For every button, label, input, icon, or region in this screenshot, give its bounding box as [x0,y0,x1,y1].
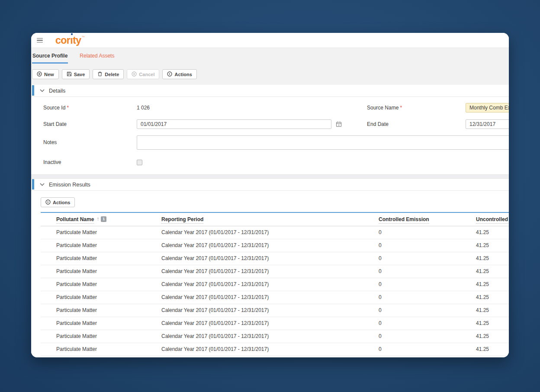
emission-results-table: Pollutant Name↑1 Reporting Period Contro… [41,212,509,356]
uncontrolled-emission-cell: 41.25 [476,330,509,343]
reporting-period-cell: Calendar Year 2017 (01/01/2017 - 12/31/2… [161,226,379,239]
calendar-icon[interactable] [331,121,346,127]
notes-input[interactable] [137,135,509,150]
reporting-period-cell: Calendar Year 2017 (01/01/2017 - 12/31/2… [161,304,379,317]
pollutant-name-cell: Particulate Matter [41,343,161,356]
save-button[interactable]: Save [62,69,90,79]
column-header-reporting-period[interactable]: Reporting Period [161,212,379,226]
source-name-input[interactable] [466,103,509,112]
table-row[interactable]: Particulate Matter Calendar Year 2017 (0… [41,291,509,304]
grid-actions-button[interactable]: Actions [41,197,75,207]
tab-source-profile[interactable]: Source Profile [32,53,68,64]
pollutant-name-cell: Particulate Matter [41,226,161,239]
delete-button[interactable]: Delete [93,69,124,79]
start-date-label: Start Date [43,121,137,127]
new-button[interactable]: New [32,69,59,79]
uncontrolled-emission-cell: 41.25 [476,291,509,304]
uncontrolled-emission-cell: 41.25 [476,226,509,239]
reporting-period-cell: Calendar Year 2017 (01/01/2017 - 12/31/2… [161,278,379,291]
section-divider [31,174,509,179]
table-row[interactable]: Particulate Matter Calendar Year 2017 (0… [41,278,509,291]
controlled-emission-cell: 0 [379,304,476,317]
tab-bar: Source Profile Related Assets [32,48,508,64]
section-title: Emission Results [49,182,90,188]
inactive-checkbox[interactable] [137,160,142,165]
column-header-pollutant-name[interactable]: Pollutant Name↑1 [41,212,161,226]
controlled-emission-cell: 0 [379,226,476,239]
controlled-emission-cell: 0 [379,343,476,356]
controlled-emission-cell: 0 [379,278,476,291]
source-name-label: Source Name* [367,105,466,111]
column-header-uncontrolled-emission[interactable]: Uncontrolled Emission [476,212,509,226]
table-row[interactable]: Particulate Matter Calendar Year 2017 (0… [41,343,509,356]
controlled-emission-cell: 0 [379,239,476,252]
trademark-symbol: ™ [82,35,85,39]
reporting-period-cell: Calendar Year 2017 (01/01/2017 - 12/31/2… [161,265,379,278]
reporting-period-cell: Calendar Year 2017 (01/01/2017 - 12/31/2… [161,317,379,330]
uncontrolled-emission-cell: 41.25 [476,265,509,278]
controlled-emission-cell: 0 [379,265,476,278]
inactive-label: Inactive [43,159,137,165]
hamburger-menu-icon[interactable] [35,35,45,45]
table-row[interactable]: Particulate Matter Calendar Year 2017 (0… [41,304,509,317]
end-date-input[interactable] [466,119,509,129]
cancel-button[interactable]: Cancel [127,69,159,79]
table-row[interactable]: Particulate Matter Calendar Year 2017 (0… [41,317,509,330]
emission-results-section-header[interactable]: Emission Results [31,179,509,191]
table-row[interactable]: Particulate Matter Calendar Year 2017 (0… [41,239,509,252]
play-circle-icon [167,71,172,77]
x-circle-icon [132,71,137,77]
controlled-emission-cell: 0 [379,317,476,330]
uncontrolled-emission-cell: 41.25 [476,317,509,330]
pollutant-name-cell: Particulate Matter [41,265,161,278]
details-form: Source Id* 1 026 Source Name* Start Date… [31,97,509,165]
pollutant-name-cell: Particulate Matter [41,317,161,330]
table-row[interactable]: Particulate Matter Calendar Year 2017 (0… [41,265,509,278]
table-row[interactable]: Particulate Matter Calendar Year 2017 (0… [41,252,509,265]
section-accent-bar [32,179,34,190]
reporting-period-cell: Calendar Year 2017 (01/01/2017 - 12/31/2… [161,239,379,252]
uncontrolled-emission-cell: 41.25 [476,278,509,291]
plus-circle-icon [37,71,42,77]
required-asterisk: * [67,105,69,111]
cority-logo: corıty™ [55,35,84,45]
controlled-emission-cell: 0 [379,291,476,304]
start-date-input[interactable] [137,119,331,129]
pollutant-name-cell: Particulate Matter [41,330,161,343]
reporting-period-cell: Calendar Year 2017 (01/01/2017 - 12/31/2… [161,291,379,304]
section-accent-bar [32,85,34,96]
section-title: Details [49,88,65,94]
reporting-period-cell: Calendar Year 2017 (01/01/2017 - 12/31/2… [161,343,379,356]
app-window: corıty™ Source Profile Related Assets Ne… [31,33,509,357]
uncontrolled-emission-cell: 41.25 [476,343,509,356]
emission-results-section: Emission Results Actions Pollutant Name↑… [31,179,509,357]
tab-toolbar-band: Source Profile Related Assets New Save D… [31,48,509,85]
reporting-period-cell: Calendar Year 2017 (01/01/2017 - 12/31/2… [161,252,379,265]
pollutant-name-cell: Particulate Matter [41,239,161,252]
pollutant-name-cell: Particulate Matter [41,252,161,265]
sort-indicator: ↑1 [96,216,106,222]
column-header-controlled-emission[interactable]: Controlled Emission [379,212,476,226]
trash-icon [97,71,103,77]
play-circle-icon [45,199,51,206]
details-section-header[interactable]: Details [31,85,509,97]
uncontrolled-emission-cell: 41.25 [476,239,509,252]
table-row[interactable]: Particulate Matter Calendar Year 2017 (0… [41,330,509,343]
uncontrolled-emission-cell: 41.25 [476,252,509,265]
uncontrolled-emission-cell: 41.25 [476,304,509,317]
details-section: Details Source Id* 1 026 Source Name* St… [31,85,509,174]
source-id-label: Source Id* [43,105,137,111]
top-bar: corıty™ [31,33,509,48]
logo-text: cor [55,35,70,45]
sort-priority-badge: 1 [101,216,106,222]
record-toolbar: New Save Delete Cancel Actions [32,69,508,79]
controlled-emission-cell: 0 [379,252,476,265]
table-row[interactable]: Particulate Matter Calendar Year 2017 (0… [41,226,509,239]
notes-label: Notes [43,135,137,145]
controlled-emission-cell: 0 [379,330,476,343]
tab-related-assets[interactable]: Related Assets [79,53,115,64]
pollutant-name-cell: Particulate Matter [41,278,161,291]
required-asterisk: * [400,105,402,111]
actions-button[interactable]: Actions [162,69,196,79]
reporting-period-cell: Calendar Year 2017 (01/01/2017 - 12/31/2… [161,330,379,343]
